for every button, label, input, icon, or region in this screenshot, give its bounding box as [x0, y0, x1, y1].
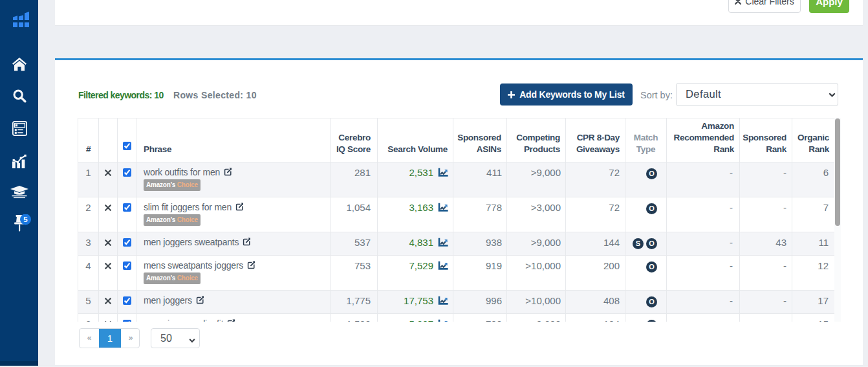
svg-text:5: 5: [23, 216, 28, 223]
